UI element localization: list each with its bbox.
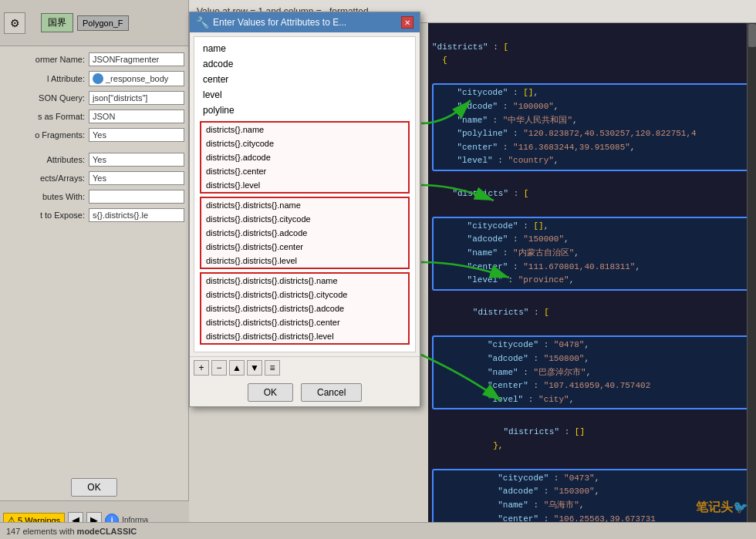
attr-row-county-name[interactable]: districts{}.districts{}.districts{}.name (201, 274, 408, 288)
attr-row-adcode[interactable]: adcode (198, 56, 411, 72)
attr-row-center[interactable]: center (198, 72, 411, 87)
bottom-mode-text: mode (77, 527, 100, 536)
response-icon (93, 73, 103, 84)
form-value-format: JSON (89, 109, 184, 123)
dialog-toolbar: + − ▲ ▼ ≡ (190, 356, 420, 379)
form-label-expose: t to Expose: (4, 211, 89, 220)
scroll-thumb[interactable] (748, 24, 756, 47)
form-row-expose: t to Expose: s{}.districts{}.le (4, 208, 184, 222)
polygon-label: Polygon_F (77, 15, 129, 31)
form-label-fragments: o Fragments: (4, 130, 89, 140)
attr-row-city-name[interactable]: districts{}.districts{}.name (201, 198, 408, 212)
form-value-former: JSONFragmenter (89, 52, 184, 66)
city-json-block: "citycode" : "0478", "adcode" : "150800"… (432, 335, 752, 409)
attr-row-level[interactable]: level (198, 87, 411, 103)
form-value-butes-with (89, 190, 184, 204)
form-value-expose: s{}.districts{}.le (89, 208, 184, 222)
form-label-json-query: SON Query: (4, 93, 89, 103)
move-down-button[interactable]: ▼ (247, 360, 262, 376)
form-row-former-name: ormer Name: JSONFragmenter (4, 52, 184, 66)
form-label-butes-with: butes With: (4, 192, 89, 201)
city-attr-group: districts{}.districts{}.name districts{}… (200, 197, 410, 269)
attr-row-province-center[interactable]: districts{}.center (201, 164, 408, 178)
attr-row-name[interactable]: name (198, 41, 411, 56)
left-panel: ⚙ 国界 Polygon_F ormer Name: JSONFragmente… (0, 0, 189, 539)
attr-row-province-citycode[interactable]: districts{}.citycode (201, 136, 408, 150)
main-dialog: 🔧 Enter Values for Attributes to E... ✕ … (189, 12, 420, 407)
dialog-body: name adcode center level polyline distri… (194, 36, 416, 352)
dialog-buttons: OK Cancel (190, 379, 420, 406)
country-json-block: "citycode" : [], "adcode" : "100000", "n… (432, 83, 752, 171)
form-label-format: s as Format: (4, 112, 89, 121)
attr-row-county-adcode[interactable]: districts{}.districts{}.districts{}.adco… (201, 302, 408, 315)
dialog-titlebar-left: 🔧 Enter Values for Attributes to E... (196, 16, 346, 29)
county-attr-group: districts{}.districts{}.districts{}.name… (200, 272, 410, 345)
attr-row-province-name[interactable]: districts{}.name (201, 123, 408, 136)
form-value-arrays: Yes (89, 171, 184, 185)
province-attr-group: districts{}.name districts{}.citycode di… (200, 121, 410, 194)
form-label-arrays: ects/Arrays: (4, 173, 89, 183)
gear-button[interactable]: ⚙ (4, 12, 25, 34)
left-ok-button[interactable]: OK (71, 478, 116, 497)
scroll-indicator[interactable] (747, 23, 756, 522)
dialog-title-icon: 🔧 (196, 16, 209, 29)
bottom-with-text: with (59, 527, 75, 536)
watermark: 笔记头🐦 (696, 500, 748, 516)
form-row-attribute: l Attribute: _response_body (4, 71, 184, 86)
add-button[interactable]: + (194, 360, 209, 376)
menu-button[interactable]: ≡ (265, 360, 280, 376)
form-label-attribute: l Attribute: (4, 74, 89, 83)
attr-row-city-adcode[interactable]: districts{}.districts{}.adcode (201, 226, 408, 240)
left-form: ormer Name: JSONFragmenter l Attribute: … (0, 46, 188, 233)
attr-row-county-center[interactable]: districts{}.districts{}.districts{}.cent… (201, 315, 408, 329)
dialog-title: Enter Values for Attributes to E... (213, 17, 346, 28)
attr-row-province-adcode[interactable]: districts{}.adcode (201, 150, 408, 164)
move-up-button[interactable]: ▲ (229, 360, 245, 376)
dialog-close-button[interactable]: ✕ (401, 16, 413, 29)
form-row-json-query: SON Query: json["districts"] (4, 91, 184, 105)
left-panel-top: ⚙ 国界 Polygon_F (0, 0, 188, 46)
bottom-status-text: 147 elements (6, 527, 57, 536)
form-value-fragments: Yes (89, 128, 184, 142)
attr-row-county-level[interactable]: districts{}.districts{}.districts{}.leve… (201, 329, 408, 343)
form-row-fragments: o Fragments: Yes (4, 128, 184, 142)
attr-row-city-citycode[interactable]: districts{}.districts{}.citycode (201, 212, 408, 226)
remove-button[interactable]: − (211, 360, 227, 376)
dialog-cancel-button[interactable]: Cancel (301, 383, 362, 402)
bottom-status-bar: 147 elements with mode CLASSIC (0, 522, 756, 539)
form-row-format: s as Format: JSON (4, 109, 184, 123)
form-row-arrays: ects/Arrays: Yes (4, 171, 184, 185)
right-json-panel: "districts" : [ { "citycode" : [], "adco… (428, 23, 756, 522)
attr-row-county-citycode[interactable]: districts{}.districts{}.districts{}.city… (201, 288, 408, 302)
form-label-attributes: Attributes: (4, 155, 89, 164)
form-row-attributes: Attributes: Yes (4, 153, 184, 167)
attr-row-city-level[interactable]: districts{}.districts{}.level (201, 254, 408, 268)
attr-row-city-center[interactable]: districts{}.districts{}.center (201, 240, 408, 254)
attr-row-polyline[interactable]: polyline (198, 103, 411, 118)
top-attr-group: name adcode center level polyline (198, 41, 411, 118)
bottom-classic-text: CLASSIC (100, 527, 137, 536)
dialog-titlebar: 🔧 Enter Values for Attributes to E... ✕ (190, 12, 420, 32)
form-label-former: ormer Name: (4, 55, 89, 64)
form-row-butes-with: butes With: (4, 190, 184, 204)
form-value-json-query: json["districts"] (89, 91, 184, 105)
attr-row-province-level[interactable]: districts{}.level (201, 178, 408, 192)
form-value-attributes: Yes (89, 153, 184, 167)
dialog-ok-button[interactable]: OK (248, 383, 293, 402)
form-value-attribute: _response_body (89, 71, 184, 86)
guojie-label: 国界 (41, 13, 73, 32)
json-content: "districts" : [ { "citycode" : [], "adco… (432, 27, 752, 522)
province-json-block: "citycode" : [], "adcode" : "150000", "n… (432, 217, 752, 291)
